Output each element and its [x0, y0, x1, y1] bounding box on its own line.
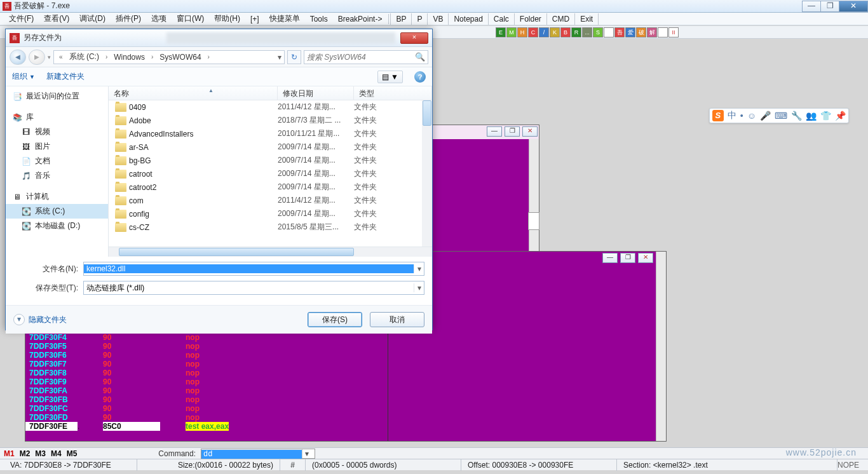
disasm-row[interactable]: 7DDF30F990nop [25, 377, 666, 386]
file-row[interactable]: bg-BG2009/7/14 星期...文件夹 [109, 154, 432, 167]
view-mode-button[interactable]: ▤▼ [377, 71, 403, 83]
ime-punct-icon[interactable]: • [740, 111, 743, 121]
disasm-close-button[interactable]: ✕ [638, 253, 653, 263]
menu-calc[interactable]: Calc [489, 13, 515, 25]
file-row[interactable]: config2009/7/14 星期...文件夹 [109, 207, 432, 220]
savetype-input[interactable] [84, 283, 414, 292]
menu-p[interactable]: P [412, 13, 428, 25]
tb-icon-wu[interactable]: 吾 [614, 27, 625, 37]
menu-bp[interactable]: BP [390, 13, 412, 25]
menu-options[interactable]: 选项 [146, 12, 172, 25]
disasm-row[interactable]: 7DDF30F490nop [25, 333, 666, 342]
command-dropdown[interactable]: ▾ [302, 449, 311, 458]
mark-m5[interactable]: M5 [67, 449, 78, 458]
breadcrumb-overflow[interactable]: « [57, 53, 65, 60]
tb-icon-pause[interactable]: II [668, 27, 679, 37]
ime-pin-icon[interactable]: 📌 [835, 111, 846, 121]
tb-icon-c[interactable]: C [528, 27, 538, 37]
search-icon[interactable]: 🔍 [415, 52, 425, 62]
nav-back-button[interactable]: ◄ [10, 50, 26, 65]
breadcrumb-syswow64[interactable]: SysWOW64 [158, 53, 202, 62]
filename-input[interactable] [84, 264, 414, 273]
command-combo[interactable]: ▾ [201, 449, 315, 459]
menu-exit[interactable]: Exit [575, 13, 599, 25]
chevron-right-icon[interactable]: › [205, 53, 212, 60]
file-list-hscrollbar[interactable] [109, 247, 432, 257]
file-row[interactable]: com2011/4/12 星期...文件夹 [109, 194, 432, 207]
tree-item[interactable]: 🖥计算机 [6, 189, 108, 204]
tb-icon-e[interactable]: E [496, 27, 506, 37]
tb-icon-s[interactable]: S [593, 27, 603, 37]
savetype-dropdown[interactable]: ▾ [414, 283, 424, 292]
address-bar[interactable]: « 系统 (C:) › Windows › SysWOW64 › ▾ [53, 50, 285, 64]
dump-minimize-button[interactable]: — [487, 126, 502, 137]
disasm-row[interactable]: 7DDF30F890nop [25, 369, 666, 377]
ime-emoji-icon[interactable]: ☺ [747, 111, 756, 121]
save-button[interactable]: 保存(S) [308, 312, 362, 327]
sogou-icon[interactable]: S [712, 110, 724, 121]
file-row[interactable]: cs-CZ2015/8/5 星期三...文件夹 [109, 220, 432, 234]
command-input[interactable] [201, 450, 302, 459]
tree-item[interactable]: 📚库 [6, 110, 108, 125]
address-dropdown[interactable]: ▾ [278, 53, 281, 62]
dump-splitter[interactable] [528, 212, 539, 230]
column-type[interactable]: 类型 [354, 86, 432, 100]
nav-tree[interactable]: 📑最近访问的位置📚库🎞视频🖼图片📄文档🎵音乐🖥计算机💽系统 (C:)💽本地磁盘 … [6, 86, 109, 257]
disasm-scrollbar[interactable] [656, 252, 666, 441]
tb-icon-m[interactable]: M [506, 27, 517, 37]
menu-vb[interactable]: VB [428, 13, 449, 25]
disasm-row[interactable]: 7DDF30F590nop [25, 342, 666, 351]
menu-file[interactable]: 文件(F) [4, 12, 39, 25]
search-input[interactable] [307, 53, 415, 62]
expand-folders-button[interactable]: ▾ [13, 314, 25, 325]
disasm-row[interactable]: 7DDF30FA90nop [25, 386, 666, 395]
mark-m1[interactable]: M1 [4, 449, 15, 458]
tb-icon-ai[interactable]: 爱 [625, 27, 635, 37]
mark-m3[interactable]: M3 [35, 449, 46, 458]
tree-item[interactable]: 📑最近访问的位置 [6, 89, 108, 104]
tree-item[interactable]: 🎵音乐 [6, 168, 108, 183]
ime-lang[interactable]: 中 [728, 110, 736, 121]
tree-item[interactable]: 📄文档 [6, 154, 108, 168]
nav-forward-button[interactable]: ► [29, 50, 45, 65]
mark-m4[interactable]: M4 [51, 449, 62, 458]
menu-view[interactable]: 查看(V) [39, 12, 74, 25]
tree-item[interactable]: 💽系统 (C:) [6, 204, 108, 219]
file-row[interactable]: ar-SA2009/7/14 星期...文件夹 [109, 140, 432, 154]
tb-icon-k[interactable]: K [550, 27, 560, 37]
file-row[interactable]: catroot22009/7/14 星期...文件夹 [109, 180, 432, 194]
tb-icon-h[interactable]: H [517, 27, 527, 37]
menu-folder[interactable]: Folder [515, 13, 547, 25]
file-row[interactable]: catroot2009/7/14 星期...文件夹 [109, 167, 432, 180]
tree-item[interactable]: 🖼图片 [6, 139, 108, 154]
mark-m2[interactable]: M2 [20, 449, 31, 458]
menu-window[interactable]: 窗口(W) [172, 12, 209, 25]
ime-toolbar[interactable]: S 中 • ☺ 🎤 ⌨ 🔧 👥 👕 📌 [709, 108, 849, 123]
breadcrumb-windows[interactable]: Windows [112, 53, 146, 62]
disasm-row[interactable]: 7DDF30F690nop [25, 351, 666, 360]
tb-icon-r[interactable]: R [571, 27, 581, 37]
menu-tools[interactable]: Tools [305, 13, 333, 25]
help-button[interactable]: ? [414, 71, 426, 83]
file-row[interactable]: AdvancedInstallers2010/11/21 星期...文件夹 [109, 127, 432, 140]
tb-icon-po[interactable]: 破 [636, 27, 646, 37]
new-folder-button[interactable]: 新建文件夹 [46, 71, 85, 82]
menu-quick[interactable]: 快捷菜单 [264, 12, 305, 25]
disasm-row[interactable]: 7DDF30FD90nop [25, 413, 666, 422]
menu-plugin[interactable]: 插件(P) [111, 12, 146, 25]
refresh-button[interactable]: ↻ [287, 50, 301, 64]
ime-keyboard-icon[interactable]: ⌨ [775, 111, 787, 121]
column-date[interactable]: 修改日期 [278, 86, 354, 100]
ime-voice-icon[interactable]: 🎤 [760, 111, 771, 121]
tb-icon-b[interactable]: B [560, 27, 571, 37]
ime-skin-icon[interactable]: 👕 [820, 111, 831, 121]
filename-dropdown[interactable]: ▾ [414, 264, 424, 273]
tb-icon-slash[interactable]: / [539, 27, 549, 37]
ime-tool-icon[interactable]: 🔧 [791, 111, 802, 121]
disasm-maximize-button[interactable]: ❐ [620, 253, 635, 263]
disasm-row[interactable]: 7DDF30FC90nop [25, 404, 666, 413]
menu-plus[interactable]: [+] [245, 13, 264, 25]
file-row[interactable]: 04092011/4/12 星期...文件夹 [109, 100, 432, 114]
hide-folders-link[interactable]: 隐藏文件夹 [29, 315, 67, 325]
menu-help[interactable]: 帮助(H) [209, 12, 245, 25]
